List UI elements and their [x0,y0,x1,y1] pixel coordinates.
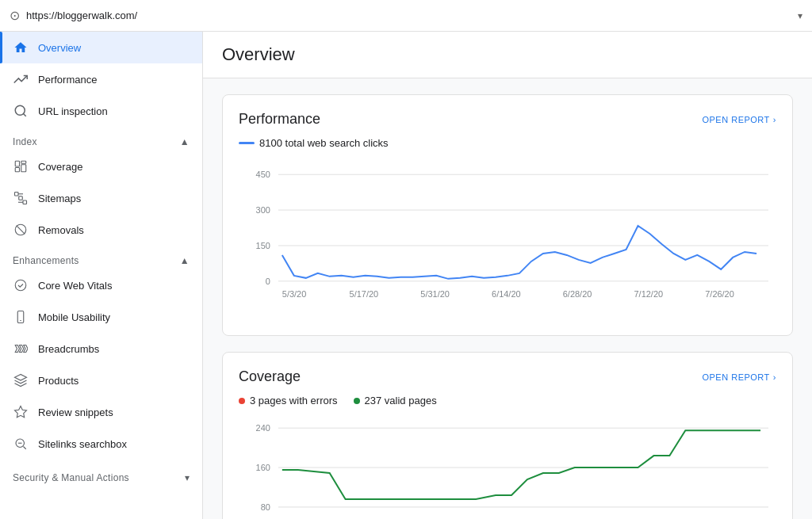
content-header: Overview [203,32,812,78]
svg-rect-2 [15,161,19,166]
sidebar-performance-label: Performance [38,74,97,86]
performance-chart-svg: 450 300 150 0 5/3/20 5/17/20 5/31/20 6/1… [239,158,776,317]
sidebar-item-breadcrumbs[interactable]: Breadcrumbs [0,333,202,364]
performance-open-report-label: OPEN REPORT [702,115,769,124]
performance-legend-label: 8100 total web search clicks [259,137,389,149]
svg-text:150: 150 [256,241,270,250]
svg-rect-5 [21,165,26,172]
svg-text:240: 240 [256,423,270,433]
sidebar-removals-label: Removals [38,224,84,236]
coverage-open-report-link[interactable]: OPEN REPORT › [702,372,776,382]
security-collapse-toggle[interactable]: ▾ [185,472,190,483]
index-section-header: Index ▲ [0,127,202,151]
main-layout: Overview Performance URL inspection Inde… [0,32,812,519]
svg-rect-4 [21,161,26,163]
svg-line-1 [23,113,25,116]
search-icon [13,103,29,119]
sidebar-overview-label: Overview [38,42,81,54]
breadcrumbs-icon [13,341,29,357]
sidebar: Overview Performance URL inspection Inde… [0,32,203,519]
review-snippets-icon [13,404,29,420]
coverage-chart: 240 160 80 5/3/20 5/17/20 5/31/20 6/14/2… [239,416,776,519]
sidebar-item-sitelinks-searchbox[interactable]: Sitelinks searchbox [0,428,202,460]
coverage-card-title: Coverage [239,368,301,385]
svg-rect-7 [19,197,23,200]
performance-card-header: Performance OPEN REPORT › [239,111,776,128]
enhancements-section-header: Enhancements ▲ [0,246,202,269]
sidebar-breadcrumbs-label: Breadcrumbs [38,343,99,355]
sidebar-item-overview[interactable]: Overview [0,32,202,63]
top-bar: ⊙ https://bloggerwalk.com/ ▾ [0,0,812,32]
site-url: https://bloggerwalk.com/ [26,10,791,21]
trending-up-icon [13,71,29,87]
sidebar-item-mobile-usability[interactable]: Mobile Usability [0,301,202,333]
core-web-vitals-icon [13,277,29,293]
performance-open-report-link[interactable]: OPEN REPORT › [702,115,776,124]
sidebar-item-performance[interactable]: Performance [0,63,202,95]
security-section-label: Security & Manual Actions [13,472,129,483]
coverage-legend: 3 pages with errors 237 valid pages [239,395,776,406]
sidebar-item-removals[interactable]: Removals [0,214,202,246]
sidebar-products-label: Products [38,375,79,387]
sidebar-item-sitemaps[interactable]: Sitemaps [0,182,202,214]
coverage-icon [13,158,29,174]
coverage-legend-error-item: 3 pages with errors [239,395,338,406]
performance-legend-line [239,142,255,144]
performance-chart: 450 300 150 0 5/3/20 5/17/20 5/31/20 6/1… [239,158,776,319]
svg-point-15 [15,280,26,291]
svg-line-21 [23,446,25,448]
sidebar-sitelinks-searchbox-label: Sitelinks searchbox [38,438,127,450]
page-title: Overview [222,44,793,65]
mobile-icon [13,309,29,325]
home-icon [13,40,29,55]
url-dropdown-arrow[interactable]: ▾ [798,10,802,21]
sidebar-url-inspection-label: URL inspection [38,105,108,117]
removals-icon [13,222,29,238]
enhancements-section-label: Enhancements [13,255,79,266]
coverage-error-dot [239,398,245,404]
main-content: Overview Performance OPEN REPORT › 8100 … [203,32,812,519]
svg-marker-18 [15,375,27,381]
coverage-legend-valid-item: 237 valid pages [354,395,437,406]
sidebar-core-web-vitals-label: Core Web Vitals [38,280,112,292]
performance-legend: 8100 total web search clicks [239,137,776,149]
sidebar-review-snippets-label: Review snippets [38,406,113,418]
coverage-valid-label: 237 valid pages [365,395,437,406]
performance-card-title: Performance [239,111,320,128]
svg-rect-8 [23,200,27,204]
sidebar-sitemaps-label: Sitemaps [38,193,81,204]
sidebar-item-core-web-vitals[interactable]: Core Web Vitals [0,269,202,301]
performance-open-report-chevron: › [773,115,776,124]
enhancements-collapse-toggle[interactable]: ▲ [180,255,190,266]
coverage-card-header: Coverage OPEN REPORT › [239,368,776,385]
performance-legend-item: 8100 total web search clicks [239,137,389,149]
svg-text:7/12/20: 7/12/20 [634,289,664,299]
sidebar-item-products[interactable]: Products [0,364,202,396]
svg-text:6/14/20: 6/14/20 [492,289,521,299]
svg-text:5/31/20: 5/31/20 [420,289,450,299]
svg-line-14 [17,226,25,235]
svg-text:0: 0 [266,277,270,286]
svg-marker-19 [15,406,27,418]
coverage-card: Coverage OPEN REPORT › 3 pages with erro… [222,352,793,519]
svg-text:5/3/20: 5/3/20 [282,289,306,299]
svg-text:6/28/20: 6/28/20 [563,289,592,299]
svg-rect-3 [15,168,19,172]
svg-rect-16 [17,311,24,323]
index-collapse-toggle[interactable]: ▲ [180,136,190,147]
svg-text:300: 300 [256,205,270,215]
content-body: Performance OPEN REPORT › 8100 total web… [203,78,812,519]
svg-point-0 [15,105,25,115]
svg-text:80: 80 [261,502,270,512]
sidebar-coverage-label: Coverage [38,161,82,173]
sidebar-item-coverage[interactable]: Coverage [0,151,202,182]
svg-text:5/17/20: 5/17/20 [350,289,379,299]
sidebar-item-url-inspection[interactable]: URL inspection [0,95,202,127]
performance-card: Performance OPEN REPORT › 8100 total web… [222,94,793,336]
svg-text:450: 450 [256,170,270,179]
svg-rect-6 [15,193,19,197]
sidebar-item-review-snippets[interactable]: Review snippets [0,396,202,428]
site-icon: ⊙ [10,8,20,23]
svg-text:160: 160 [256,463,270,472]
sidebar-mobile-usability-label: Mobile Usability [38,311,110,323]
